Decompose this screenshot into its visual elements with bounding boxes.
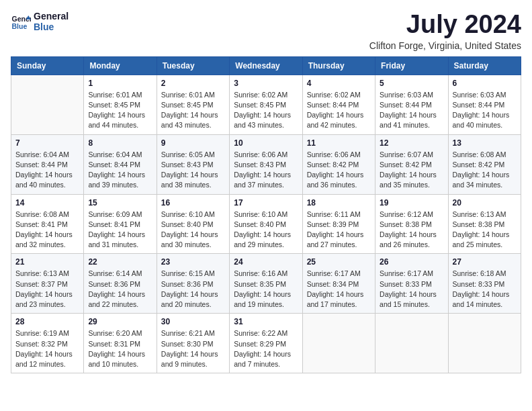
day-number: 27 xyxy=(453,257,517,267)
calendar-cell: 27Sunrise: 6:18 AMSunset: 8:33 PMDayligh… xyxy=(448,254,521,314)
calendar-cell: 8Sunrise: 6:04 AMSunset: 8:44 PMDaylight… xyxy=(84,134,157,194)
calendar-cell: 7Sunrise: 6:04 AMSunset: 8:44 PMDaylight… xyxy=(11,134,84,194)
day-number: 9 xyxy=(161,138,225,148)
calendar-cell: 13Sunrise: 6:08 AMSunset: 8:42 PMDayligh… xyxy=(448,134,521,194)
day-info: Sunrise: 6:11 AMSunset: 8:39 PMDaylight:… xyxy=(307,210,371,250)
day-number: 17 xyxy=(234,198,298,208)
day-info: Sunrise: 6:14 AMSunset: 8:36 PMDaylight:… xyxy=(88,269,152,310)
calendar-cell xyxy=(375,314,448,373)
calendar-cell: 29Sunrise: 6:20 AMSunset: 8:31 PMDayligh… xyxy=(84,314,157,373)
title-section: July 2024 Clifton Forge, Virginia, Unite… xyxy=(369,11,521,51)
day-number: 31 xyxy=(234,317,298,326)
calendar-cell: 16Sunrise: 6:10 AMSunset: 8:40 PMDayligh… xyxy=(157,194,229,254)
day-info: Sunrise: 6:18 AMSunset: 8:33 PMDaylight:… xyxy=(453,269,517,310)
day-info: Sunrise: 6:03 AMSunset: 8:44 PMDaylight:… xyxy=(453,90,517,131)
day-info: Sunrise: 6:19 AMSunset: 8:32 PMDaylight:… xyxy=(15,328,79,369)
day-number: 24 xyxy=(234,257,298,267)
weekday-header-row: SundayMondayTuesdayWednesdayThursdayFrid… xyxy=(11,56,521,75)
weekday-header-tuesday: Tuesday xyxy=(157,56,229,75)
day-number: 18 xyxy=(307,198,371,208)
day-info: Sunrise: 6:12 AMSunset: 8:38 PMDaylight:… xyxy=(380,210,443,250)
calendar-cell xyxy=(11,75,84,134)
calendar-cell: 18Sunrise: 6:11 AMSunset: 8:39 PMDayligh… xyxy=(302,194,375,254)
calendar-cell xyxy=(302,314,375,373)
day-number: 13 xyxy=(453,138,517,148)
day-info: Sunrise: 6:09 AMSunset: 8:41 PMDaylight:… xyxy=(88,210,152,250)
day-info: Sunrise: 6:16 AMSunset: 8:35 PMDaylight:… xyxy=(234,269,298,310)
day-info: Sunrise: 6:06 AMSunset: 8:42 PMDaylight:… xyxy=(307,150,371,191)
day-info: Sunrise: 6:01 AMSunset: 8:45 PMDaylight:… xyxy=(88,90,152,131)
calendar-cell: 26Sunrise: 6:17 AMSunset: 8:33 PMDayligh… xyxy=(375,254,448,314)
calendar-cell: 21Sunrise: 6:13 AMSunset: 8:37 PMDayligh… xyxy=(11,254,84,314)
day-info: Sunrise: 6:15 AMSunset: 8:36 PMDaylight:… xyxy=(161,269,225,310)
day-info: Sunrise: 6:02 AMSunset: 8:45 PMDaylight:… xyxy=(234,90,298,131)
day-info: Sunrise: 6:17 AMSunset: 8:33 PMDaylight:… xyxy=(380,269,443,310)
day-number: 19 xyxy=(380,198,443,208)
logo-text: GeneralBlue xyxy=(34,11,69,32)
day-number: 3 xyxy=(234,79,298,88)
day-info: Sunrise: 6:10 AMSunset: 8:40 PMDaylight:… xyxy=(234,210,298,250)
day-info: Sunrise: 6:22 AMSunset: 8:29 PMDaylight:… xyxy=(234,328,298,369)
day-number: 4 xyxy=(307,79,371,88)
day-info: Sunrise: 6:01 AMSunset: 8:45 PMDaylight:… xyxy=(161,90,225,131)
day-info: Sunrise: 6:03 AMSunset: 8:44 PMDaylight:… xyxy=(380,90,443,131)
calendar-cell xyxy=(448,314,521,373)
calendar-cell: 19Sunrise: 6:12 AMSunset: 8:38 PMDayligh… xyxy=(375,194,448,254)
day-info: Sunrise: 6:06 AMSunset: 8:43 PMDaylight:… xyxy=(234,150,298,191)
day-number: 5 xyxy=(380,79,443,88)
day-number: 14 xyxy=(15,198,79,208)
calendar-cell: 28Sunrise: 6:19 AMSunset: 8:32 PMDayligh… xyxy=(11,314,84,373)
day-info: Sunrise: 6:17 AMSunset: 8:34 PMDaylight:… xyxy=(307,269,371,310)
day-info: Sunrise: 6:20 AMSunset: 8:31 PMDaylight:… xyxy=(88,328,152,369)
calendar-cell: 12Sunrise: 6:07 AMSunset: 8:42 PMDayligh… xyxy=(375,134,448,194)
day-number: 12 xyxy=(380,138,443,148)
calendar-cell: 1Sunrise: 6:01 AMSunset: 8:45 PMDaylight… xyxy=(84,75,157,134)
day-number: 30 xyxy=(161,317,225,326)
calendar-cell: 30Sunrise: 6:21 AMSunset: 8:30 PMDayligh… xyxy=(157,314,229,373)
calendar-cell: 23Sunrise: 6:15 AMSunset: 8:36 PMDayligh… xyxy=(157,254,229,314)
day-info: Sunrise: 6:13 AMSunset: 8:37 PMDaylight:… xyxy=(15,269,79,310)
day-number: 15 xyxy=(88,198,152,208)
calendar-cell: 9Sunrise: 6:05 AMSunset: 8:43 PMDaylight… xyxy=(157,134,229,194)
calendar-cell: 5Sunrise: 6:03 AMSunset: 8:44 PMDaylight… xyxy=(375,75,448,134)
day-number: 1 xyxy=(88,79,152,88)
calendar-week-4: 21Sunrise: 6:13 AMSunset: 8:37 PMDayligh… xyxy=(11,254,521,314)
day-number: 8 xyxy=(88,138,152,148)
day-info: Sunrise: 6:21 AMSunset: 8:30 PMDaylight:… xyxy=(161,328,225,369)
calendar-cell: 6Sunrise: 6:03 AMSunset: 8:44 PMDaylight… xyxy=(448,75,521,134)
location: Clifton Forge, Virginia, United States xyxy=(369,40,521,51)
calendar-cell: 17Sunrise: 6:10 AMSunset: 8:40 PMDayligh… xyxy=(230,194,302,254)
month-title: July 2024 xyxy=(369,11,521,39)
day-number: 21 xyxy=(15,257,79,267)
day-number: 20 xyxy=(453,198,517,208)
day-info: Sunrise: 6:08 AMSunset: 8:41 PMDaylight:… xyxy=(15,210,79,250)
calendar-cell: 2Sunrise: 6:01 AMSunset: 8:45 PMDaylight… xyxy=(157,75,229,134)
day-number: 11 xyxy=(307,138,371,148)
day-number: 7 xyxy=(15,138,79,148)
day-number: 6 xyxy=(453,79,517,88)
calendar-cell: 25Sunrise: 6:17 AMSunset: 8:34 PMDayligh… xyxy=(302,254,375,314)
calendar-cell: 31Sunrise: 6:22 AMSunset: 8:29 PMDayligh… xyxy=(230,314,302,373)
day-number: 10 xyxy=(234,138,298,148)
day-info: Sunrise: 6:04 AMSunset: 8:44 PMDaylight:… xyxy=(88,150,152,191)
logo-icon: General Blue xyxy=(11,11,31,32)
calendar-cell: 11Sunrise: 6:06 AMSunset: 8:42 PMDayligh… xyxy=(302,134,375,194)
day-info: Sunrise: 6:02 AMSunset: 8:44 PMDaylight:… xyxy=(307,90,371,131)
calendar-cell: 4Sunrise: 6:02 AMSunset: 8:44 PMDaylight… xyxy=(302,75,375,134)
day-info: Sunrise: 6:07 AMSunset: 8:42 PMDaylight:… xyxy=(380,150,443,191)
calendar-cell: 14Sunrise: 6:08 AMSunset: 8:41 PMDayligh… xyxy=(11,194,84,254)
weekday-header-monday: Monday xyxy=(84,56,157,75)
logo: General Blue GeneralBlue xyxy=(11,11,69,32)
weekday-header-sunday: Sunday xyxy=(11,56,84,75)
day-number: 22 xyxy=(88,257,152,267)
day-number: 23 xyxy=(161,257,225,267)
calendar-week-2: 7Sunrise: 6:04 AMSunset: 8:44 PMDaylight… xyxy=(11,134,521,194)
day-info: Sunrise: 6:08 AMSunset: 8:42 PMDaylight:… xyxy=(453,150,517,191)
weekday-header-wednesday: Wednesday xyxy=(230,56,302,75)
calendar-cell: 24Sunrise: 6:16 AMSunset: 8:35 PMDayligh… xyxy=(230,254,302,314)
day-info: Sunrise: 6:04 AMSunset: 8:44 PMDaylight:… xyxy=(15,150,79,191)
calendar-cell: 3Sunrise: 6:02 AMSunset: 8:45 PMDaylight… xyxy=(230,75,302,134)
calendar: SundayMondayTuesdayWednesdayThursdayFrid… xyxy=(11,56,521,373)
svg-text:Blue: Blue xyxy=(12,22,28,30)
calendar-cell: 22Sunrise: 6:14 AMSunset: 8:36 PMDayligh… xyxy=(84,254,157,314)
